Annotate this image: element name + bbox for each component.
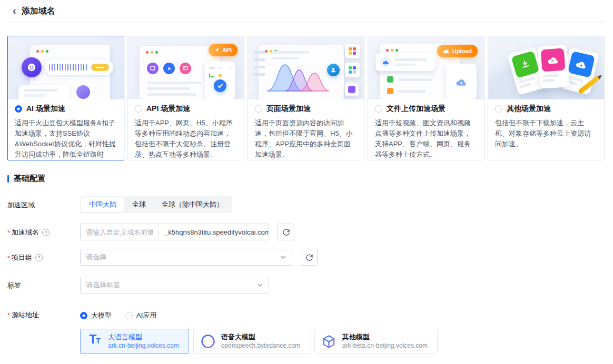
radio-scenario-upload[interactable] (375, 105, 382, 113)
page-title: 添加域名 (22, 6, 55, 17)
radio-large-model[interactable] (80, 312, 87, 319)
window-dots-icon (265, 50, 268, 53)
refresh-domain-button[interactable] (278, 224, 294, 240)
header-divider (7, 22, 606, 22)
basic-config-section-title: 基础配置 (7, 174, 606, 184)
upload-scene-illustration: Upload (368, 36, 484, 99)
model-card-speech[interactable]: 语音大模型 openspeech.bytedance.com (193, 329, 310, 354)
chat-app-icon (147, 63, 159, 74)
accel-region-segmented: 中国大陆 全球 全球（除中国大陆） (80, 196, 232, 213)
origin-address-label: * 源站地址 (7, 308, 80, 320)
window-dots-icon (146, 51, 149, 54)
tag-row: 标签 请选择标签 (7, 277, 606, 294)
apps-tile-icon (345, 63, 360, 77)
help-icon[interactable]: ? (42, 229, 50, 236)
scenario-description: 适用于火山豆包大模型服务&扣子加速场景，支持SSE协议&WebSocket协议优… (15, 118, 117, 160)
widget-tile-icon (345, 44, 360, 58)
accel-region-row: 加速区域 中国大陆 全球 全球（除中国大陆） (7, 196, 606, 213)
tag-select[interactable]: 请选择标签 (80, 277, 269, 294)
scenario-card-page[interactable]: 页面场景加速 适用于页面资源内容的访问加速，包括但不限于官网、H5、小程序、AP… (248, 36, 364, 160)
project-group-select[interactable]: 请选择 (80, 249, 292, 266)
scenario-card-api[interactable]: API API 场景加速 适用于APP、网页、H5、小程序等多种应用的纯动态内容… (127, 36, 244, 160)
ai-scene-illustration (8, 36, 124, 99)
upload-file-card (375, 53, 436, 71)
radio-scenario-page[interactable] (255, 105, 262, 113)
model-card-list: TT 大语言模型 ark.cn-beijing.volces.com (80, 329, 438, 354)
scenario-title: AI 场景加速 (26, 104, 65, 114)
model-card-llm[interactable]: TT 大语言模型 ark.cn-beijing.volces.com (80, 329, 189, 354)
scenario-title: 其他场景加速 (507, 104, 551, 114)
help-icon[interactable]: ? (35, 254, 43, 261)
scenario-card-list: AI 场景加速 适用于火山豆包大模型服务&扣子加速场景，支持SSE协议&WebS… (7, 36, 606, 160)
window-dots-icon (36, 50, 39, 53)
scenario-card-other[interactable]: 其他场景加速 包括但不限于下载加速，云主机、对象存储等多种云上资源访问加速。 (488, 36, 605, 160)
origin-address-row: * 源站地址 大模型 AI应用 TT (7, 308, 606, 354)
scenario-card-ai[interactable]: AI 场景加速 适用于火山豆包大模型服务&扣子加速场景，支持SSE协议&WebS… (7, 36, 124, 160)
phone-mockup (205, 62, 235, 99)
cloud-icon (568, 51, 595, 78)
scenario-description: 包括但不限于下载加速，云主机、对象存储等多种云上资源访问加速。 (495, 118, 597, 149)
cloud-icon (541, 48, 566, 72)
radio-scenario-ai[interactable] (15, 105, 22, 113)
refresh-project-button[interactable] (301, 249, 318, 266)
model-url: ark.cn-beijing.volces.com (108, 342, 179, 350)
tag-label: 标签 (7, 277, 80, 290)
required-asterisk: * (7, 311, 10, 319)
page-scene-illustration (248, 36, 364, 99)
required-asterisk: * (7, 254, 10, 262)
other-scene-illustration (488, 36, 604, 99)
accel-domain-row: * 加速域名 ? _k5hqns8n3titu.speedifyvolcai.c… (7, 224, 606, 240)
scenario-description: 适用于短视频、图文资讯和视频点播等多种文件上传加速场景，支持APP、客户端、网页… (375, 118, 477, 160)
refresh-icon (305, 254, 313, 261)
model-url: ark-beta.cn-beijing.volces.com (342, 342, 428, 350)
scenario-card-upload[interactable]: Upload 文件上传加速场景 适用于短视频、图文资讯和视频点播等多种文件上传加… (368, 36, 485, 160)
radio-scenario-other[interactable] (495, 105, 502, 113)
cloud-upload-icon (443, 48, 450, 54)
back-icon[interactable]: ‹ (13, 5, 16, 16)
image-app-icon (180, 63, 191, 74)
cloud-icon (380, 57, 391, 67)
region-option-global-ex-mainland[interactable]: 全球（除中国大陆） (154, 197, 231, 212)
basic-config-form: 加速区域 中国大陆 全球 全球（除中国大陆） * 加速域名 ? _k5hqns8… (7, 196, 606, 354)
cloud-card (537, 45, 569, 89)
download-icon (511, 50, 539, 78)
window-dots-icon (386, 49, 389, 52)
model-title: 其他模型 (342, 333, 428, 341)
region-option-mainland[interactable]: 中国大陆 (81, 197, 124, 212)
model-url: openspeech.bytedance.com (221, 342, 300, 350)
cube-model-icon (321, 333, 337, 349)
radio-scenario-api[interactable] (135, 105, 142, 113)
project-group-row: * 项目组 ? 请选择 (7, 249, 606, 266)
upload-badge: Upload (437, 45, 478, 57)
required-asterisk: * (7, 229, 10, 237)
accel-region-label: 加速区域 (7, 196, 80, 210)
check-circle-icon (214, 79, 226, 92)
scenario-title: 页面场景加速 (266, 104, 311, 114)
api-badge: API (209, 44, 238, 56)
domain-prefix-input[interactable] (81, 224, 159, 240)
scenario-title: API 场景加速 (146, 104, 190, 114)
model-card-other[interactable]: 其他模型 ark-beta.cn-beijing.volces.com (314, 329, 438, 354)
origin-type-large-model[interactable]: 大模型 (80, 311, 112, 320)
chat-tile-icon (345, 83, 359, 96)
add-domain-page: ‹ 添加域名 AI 场景加速 适用于火 (0, 0, 613, 354)
radio-ai-app[interactable] (125, 312, 133, 319)
text-model-icon: TT (87, 333, 103, 349)
accel-domain-label: * 加速域名 ? (7, 224, 80, 237)
scenario-title: 文件上传加速场景 (387, 104, 446, 114)
domain-input-group: _k5hqns8n3titu.speedifyvolcai.com (80, 224, 269, 240)
phone-mockup (446, 64, 477, 99)
voice-waveform (45, 59, 113, 75)
refresh-icon (282, 228, 290, 236)
play-app-icon (163, 63, 175, 74)
chevron-down-icon (257, 282, 263, 288)
origin-type-ai-app[interactable]: AI应用 (125, 311, 156, 320)
section-accent-bar (7, 175, 9, 183)
rocket-icon (214, 47, 220, 53)
model-title: 语音大模型 (221, 333, 300, 341)
voice-model-icon (200, 333, 216, 349)
chevron-down-icon (280, 254, 286, 260)
ai-assistant-icon (22, 57, 42, 77)
region-option-global[interactable]: 全球 (124, 197, 154, 212)
scenario-description: 适用于页面资源内容的访问加速，包括但不限于官网、H5、小程序、APP应用中的多种… (255, 118, 357, 160)
